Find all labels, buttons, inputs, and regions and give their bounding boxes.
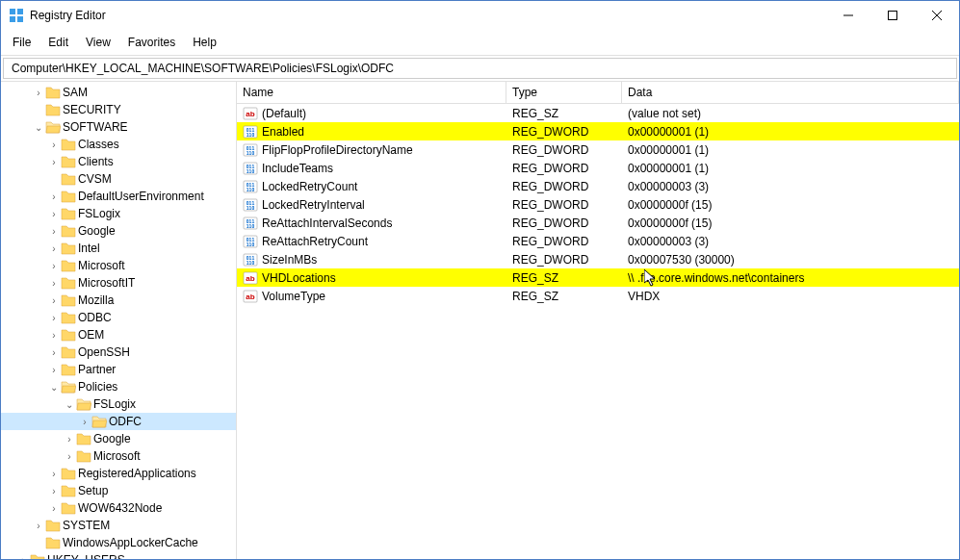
- close-button[interactable]: [915, 1, 959, 30]
- menu-favorites[interactable]: Favorites: [120, 32, 183, 53]
- registry-editor-window: Registry Editor File Edit View Favorites…: [0, 0, 960, 560]
- chevron-icon[interactable]: ⌄: [32, 122, 45, 133]
- chevron-icon[interactable]: ›: [47, 243, 61, 254]
- tree-node-cvsm[interactable]: CVSM: [1, 170, 236, 188]
- tree-node-hkey-users[interactable]: ›HKEY_USERS: [1, 551, 236, 559]
- value-row[interactable]: (Default)REG_SZ(value not set): [237, 104, 959, 122]
- tree-node-setup[interactable]: ›Setup: [1, 482, 236, 499]
- folder-icon: [45, 518, 61, 533]
- chevron-icon[interactable]: ›: [32, 521, 45, 531]
- maximize-button[interactable]: [870, 1, 915, 30]
- column-header-data[interactable]: Data: [622, 82, 959, 103]
- chevron-icon[interactable]: ›: [16, 555, 30, 560]
- chevron-icon[interactable]: ›: [63, 451, 76, 462]
- chevron-icon[interactable]: ›: [47, 330, 61, 341]
- value-row[interactable]: VHDLocationsREG_SZ\\ .file.core.windows.…: [237, 268, 959, 287]
- tree-node-policies[interactable]: ⌄Policies: [1, 378, 236, 395]
- list-view[interactable]: Name Type Data (Default)REG_SZ(value not…: [237, 82, 959, 559]
- value-row[interactable]: SizeInMBsREG_DWORD0x00007530 (30000): [237, 250, 959, 268]
- tree-node-odfc[interactable]: ›ODFC: [1, 413, 236, 430]
- chevron-icon[interactable]: ›: [47, 209, 61, 219]
- menu-view[interactable]: View: [78, 32, 118, 53]
- value-row[interactable]: LockedRetryIntervalREG_DWORD0x0000000f (…: [237, 195, 959, 214]
- cell-data: VHDX: [622, 290, 959, 303]
- tree-node-partner[interactable]: ›Partner: [1, 361, 236, 378]
- tree-node-intel[interactable]: ›Intel: [1, 240, 236, 257]
- close-icon: [932, 11, 942, 20]
- tree-node-odbc[interactable]: ›ODBC: [1, 309, 236, 326]
- tree-node-label: OpenSSH: [78, 345, 130, 359]
- minimize-button[interactable]: [826, 1, 870, 30]
- chevron-icon[interactable]: ›: [47, 347, 61, 358]
- chevron-icon[interactable]: ›: [47, 157, 61, 167]
- chevron-icon[interactable]: ›: [32, 88, 45, 98]
- cell-name: FlipFlopProfileDirectoryName: [237, 142, 506, 158]
- chevron-icon[interactable]: ›: [47, 261, 61, 271]
- value-row[interactable]: FlipFlopProfileDirectoryNameREG_DWORD0x0…: [237, 140, 959, 159]
- tree-node-google[interactable]: ›Google: [1, 222, 236, 240]
- column-header-name[interactable]: Name: [237, 82, 506, 103]
- tree-node-google[interactable]: ›Google: [1, 430, 236, 447]
- folder-icon: [61, 189, 76, 204]
- tree-node-mozilla[interactable]: ›Mozilla: [1, 292, 236, 309]
- cell-type: REG_DWORD: [506, 198, 622, 212]
- tree-node-wow6432node[interactable]: ›WOW6432Node: [1, 499, 236, 517]
- cell-data: 0x00007530 (30000): [622, 253, 959, 267]
- value-name: VolumeType: [262, 290, 325, 303]
- value-row[interactable]: ReAttachRetryCountREG_DWORD0x00000003 (3…: [237, 232, 959, 250]
- tree-node-windowsapplockercache[interactable]: WindowsAppLockerCache: [1, 534, 236, 551]
- tree-node-microsoft[interactable]: ›Microsoft: [1, 257, 236, 274]
- folder-icon: [61, 223, 76, 239]
- address-bar[interactable]: Computer\HKEY_LOCAL_MACHINE\SOFTWARE\Pol…: [3, 58, 957, 79]
- chevron-icon[interactable]: ›: [47, 486, 61, 496]
- tree-node-defaultuserenvironment[interactable]: ›DefaultUserEnvironment: [1, 188, 236, 205]
- tree-node-sam[interactable]: ›SAM: [1, 84, 236, 101]
- tree-node-software[interactable]: ⌄SOFTWARE: [1, 118, 236, 136]
- menu-file[interactable]: File: [5, 32, 39, 53]
- dword-value-icon: [243, 197, 258, 213]
- chevron-icon[interactable]: ›: [47, 469, 61, 479]
- value-row[interactable]: EnabledREG_DWORD0x00000001 (1): [237, 122, 959, 140]
- chevron-icon[interactable]: ›: [78, 417, 91, 427]
- chevron-icon[interactable]: ⌄: [63, 399, 76, 410]
- folder-icon: [76, 431, 91, 446]
- column-header-type[interactable]: Type: [506, 82, 622, 103]
- dword-value-icon: [243, 161, 258, 176]
- tree-node-fslogix[interactable]: ⌄FSLogix: [1, 395, 236, 413]
- tree-node-microsoftit[interactable]: ›MicrosoftIT: [1, 274, 236, 292]
- value-row[interactable]: LockedRetryCountREG_DWORD0x00000003 (3): [237, 177, 959, 195]
- menu-help[interactable]: Help: [185, 32, 224, 53]
- chevron-icon[interactable]: ›: [47, 140, 61, 150]
- tree-node-security[interactable]: SECURITY: [1, 101, 236, 118]
- tree-node-label: RegisteredApplications: [78, 467, 196, 480]
- chevron-icon[interactable]: ›: [63, 434, 76, 445]
- folder-icon: [30, 552, 45, 559]
- value-row[interactable]: IncludeTeamsREG_DWORD0x00000001 (1): [237, 159, 959, 177]
- chevron-icon[interactable]: ›: [47, 313, 61, 323]
- tree-node-label: SYSTEM: [63, 519, 110, 532]
- value-row[interactable]: ReAttachIntervalSecondsREG_DWORD0x000000…: [237, 214, 959, 232]
- tree-node-oem[interactable]: ›OEM: [1, 326, 236, 344]
- tree-node-system[interactable]: ›SYSTEM: [1, 517, 236, 534]
- chevron-icon[interactable]: ›: [47, 226, 61, 237]
- tree-node-fslogix[interactable]: ›FSLogix: [1, 205, 236, 222]
- chevron-icon[interactable]: ›: [47, 365, 61, 375]
- value-row[interactable]: VolumeTypeREG_SZVHDX: [237, 287, 959, 305]
- tree-node-microsoft[interactable]: ›Microsoft: [1, 447, 236, 465]
- svg-rect-10: [889, 12, 897, 20]
- tree-node-classes[interactable]: ›Classes: [1, 136, 236, 153]
- titlebar[interactable]: Registry Editor: [1, 1, 959, 30]
- menu-edit[interactable]: Edit: [40, 32, 76, 53]
- string-value-icon: [243, 289, 258, 304]
- chevron-icon[interactable]: ›: [47, 295, 61, 306]
- chevron-icon[interactable]: ⌄: [47, 382, 61, 393]
- tree-node-clients[interactable]: ›Clients: [1, 153, 236, 170]
- tree-node-openssh[interactable]: ›OpenSSH: [1, 344, 236, 361]
- chevron-icon[interactable]: ›: [47, 278, 61, 289]
- chevron-icon[interactable]: ›: [47, 191, 61, 202]
- tree-view[interactable]: ›SAMSECURITY⌄SOFTWARE›Classes›ClientsCVS…: [1, 82, 237, 559]
- chevron-icon[interactable]: ›: [47, 503, 61, 514]
- menubar: File Edit View Favorites Help: [1, 30, 959, 56]
- window-title: Registry Editor: [30, 9, 826, 22]
- tree-node-registeredapplications[interactable]: ›RegisteredApplications: [1, 465, 236, 482]
